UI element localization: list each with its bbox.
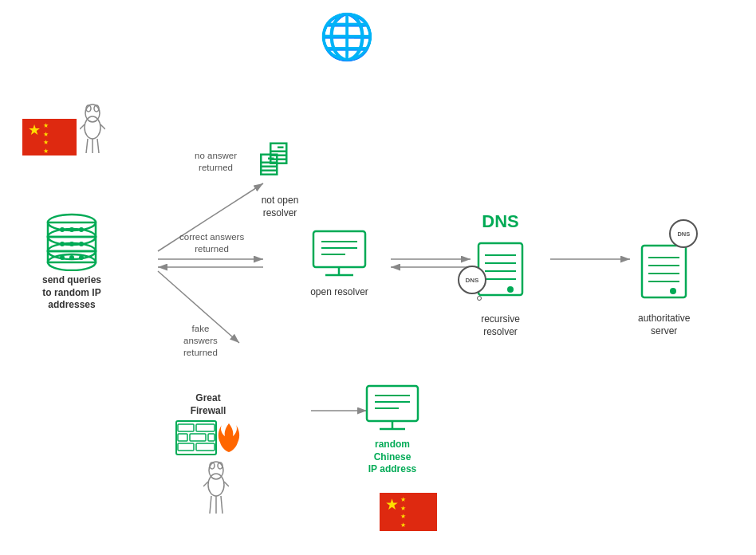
recursive-resolver-label: recursiveresolver — [481, 313, 520, 338]
database-icon — [40, 211, 104, 271]
svg-line-19 — [100, 124, 105, 129]
svg-line-72 — [210, 496, 211, 514]
svg-point-34 — [69, 255, 74, 260]
svg-line-75 — [203, 482, 208, 486]
svg-point-29 — [79, 227, 84, 232]
dns-badge: DNS — [458, 266, 486, 294]
svg-rect-42 — [478, 243, 522, 295]
not-open-resolver-label: not openresolver — [262, 195, 299, 219]
svg-line-15 — [86, 139, 88, 153]
authoritative-server-label: authoritativeserver — [638, 313, 690, 337]
svg-point-35 — [79, 255, 84, 260]
svg-rect-61 — [196, 443, 215, 451]
meerkat-bottom — [203, 461, 229, 518]
flame-icon — [217, 422, 241, 454]
database-node: send queriesto random IPaddresses — [40, 211, 104, 312]
svg-point-71 — [208, 474, 224, 496]
china-meerkat-group: ★ ★ ★ ★ ★ — [22, 104, 105, 159]
open-resolver-node: open resolver — [309, 227, 369, 299]
recursive-resolver-node: DNS DNS recursiveresolver — [471, 211, 530, 338]
dns-label: DNS — [482, 211, 518, 232]
svg-point-14 — [85, 116, 100, 139]
random-chinese-ip-node: randomChineseIP address — [364, 383, 421, 476]
no-answer-label: no answerreturned — [195, 150, 237, 174]
svg-point-31 — [69, 242, 74, 246]
svg-point-30 — [60, 242, 65, 246]
correct-answers-label: correct answersreturned — [179, 231, 244, 255]
svg-rect-48 — [642, 246, 686, 297]
auth-dns-badge: DNS — [669, 219, 698, 248]
database-label: send queriesto random IPaddresses — [42, 274, 101, 312]
svg-rect-59 — [208, 434, 215, 441]
not-open-resolver-node: 🖥 🖥 not openresolver — [252, 136, 308, 219]
authoritative-server-icon — [638, 242, 690, 309]
svg-point-28 — [69, 227, 74, 232]
random-ip-monitor-icon — [364, 383, 421, 437]
svg-rect-60 — [178, 443, 194, 451]
meerkat-top — [80, 104, 105, 159]
svg-rect-57 — [178, 434, 187, 441]
svg-line-74 — [221, 496, 222, 514]
svg-point-33 — [60, 255, 65, 260]
open-resolver-label: open resolver — [310, 286, 368, 299]
great-firewall-label: GreatFirewall — [191, 392, 226, 417]
svg-line-18 — [80, 124, 85, 129]
resolver-dot — [477, 296, 482, 301]
china-flag-top: ★ ★ ★ ★ ★ — [22, 119, 77, 159]
globe-icon: 🌐 — [319, 14, 375, 59]
diagram: 🌐 ★ ★ ★ ★ ★ — [0, 0, 756, 555]
globe-node: 🌐 — [319, 14, 375, 59]
svg-line-17 — [97, 139, 99, 153]
firewall-icon — [175, 420, 217, 455]
svg-rect-56 — [196, 424, 215, 431]
fake-answers-label: fakeanswersreturned — [183, 323, 218, 359]
random-chinese-ip-label: randomChineseIP address — [368, 439, 416, 476]
svg-rect-36 — [313, 231, 365, 267]
china-flag-bottom: ★ ★ ★ ★ ★ — [380, 493, 437, 534]
monitor-front-icon: 🖥 — [252, 147, 284, 183]
authoritative-server-node: DNS authoritativeserver — [638, 219, 690, 337]
svg-rect-55 — [178, 424, 194, 431]
svg-line-76 — [224, 482, 229, 486]
svg-point-27 — [60, 227, 65, 232]
open-resolver-icon — [309, 227, 369, 283]
svg-point-32 — [79, 242, 84, 246]
svg-point-53 — [670, 288, 676, 294]
svg-point-47 — [507, 286, 514, 293]
svg-rect-58 — [190, 434, 206, 441]
svg-rect-62 — [367, 386, 418, 421]
great-firewall-group: GreatFirewall — [175, 389, 241, 455]
